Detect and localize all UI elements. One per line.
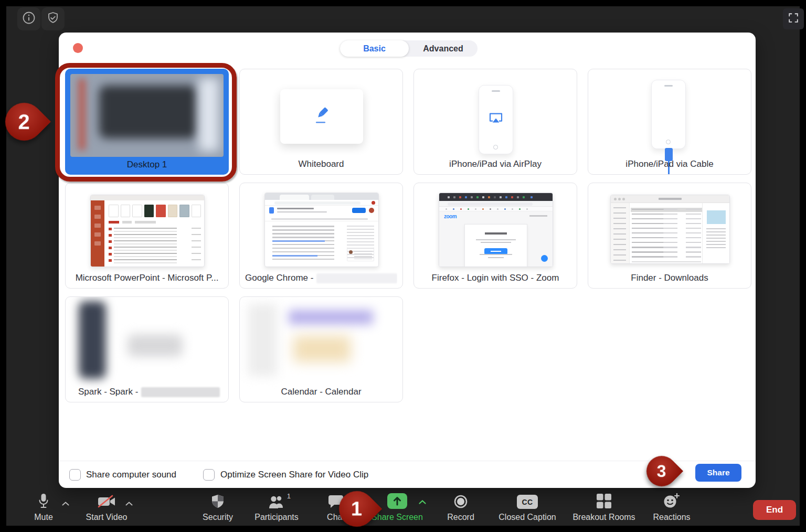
zoom-meeting-window: Basic Advanced Desktop 1 Whiteboard [0,0,806,532]
toolbar-reactions-button[interactable]: Reactions [635,493,708,522]
optimize-video-clip-label: Optimize Screen Share for Video Clip [220,469,368,481]
info-icon [22,11,36,27]
firefox-thumbnail: zoom [439,193,553,267]
shield-check-icon [46,11,60,27]
tile-powerpoint[interactable]: Microsoft PowerPoint - Microsoft P... [65,183,229,289]
tile-label: iPhone/iPad via AirPlay [419,157,571,171]
tile-calendar[interactable]: Calendar - Calendar [239,296,403,402]
cc-icon: CC [517,495,538,509]
tile-label: Whiteboard [245,157,397,171]
tile-label: Google Chrome - [245,271,397,285]
tile-finder[interactable]: Finder - Downloads [588,183,751,289]
toolbar-start-video-button[interactable]: Start Video [70,493,143,522]
tile-iphone-cable[interactable]: iPhone/iPad via Cable [588,69,751,175]
share-mode-tabs: Basic Advanced [340,40,478,57]
participants-icon: 1 [268,493,285,509]
video-options-chevron[interactable] [125,502,133,506]
camera-off-icon [97,493,116,509]
phone-outline [651,80,686,149]
tile-label: Calendar - Calendar [245,385,397,399]
meeting-info-button[interactable] [17,7,40,30]
share-screen-icon [387,493,407,509]
powerpoint-thumbnail [90,195,205,267]
participants-count-badge: 1 [287,492,291,500]
tile-label: Finder - Downloads [593,271,746,285]
chrome-thumbnail [264,193,379,267]
share-computer-sound-label: Share computer sound [86,469,176,481]
toolbar-record-button[interactable]: Record [424,493,497,522]
reactions-smiley-icon [663,493,680,509]
optimize-video-clip-checkbox[interactable] [203,469,215,481]
fullscreen-icon [788,12,799,26]
toolbar-mute-button[interactable]: Mute [7,493,80,522]
whiteboard-card [280,89,363,144]
tile-label: Spark - Spark - [71,385,223,399]
share-computer-sound-checkbox[interactable] [69,469,81,481]
zoom-logo: zoom [444,214,457,219]
calendar-thumbnail [240,297,402,385]
tab-basic[interactable]: Basic [340,40,409,57]
record-icon [453,493,468,509]
redacted-text [316,273,397,283]
security-shield-icon [211,493,225,509]
tile-label: Microsoft PowerPoint - Microsoft P... [71,271,223,285]
tile-label: Firefox - Login with SSO - Zoom [419,271,571,285]
airplay-icon [488,112,504,126]
annotation-ring-desktop-tile [55,63,237,182]
end-meeting-button[interactable]: End [753,500,796,520]
tile-spark[interactable]: Spark - Spark - [65,296,229,402]
fullscreen-button[interactable] [783,8,804,29]
breakout-rooms-icon [596,493,612,509]
tile-firefox[interactable]: zoom Firefox - Login with SSO - Zoom [413,183,577,289]
toolbar-breakout-rooms-button[interactable]: Breakout Rooms [567,493,641,522]
toolbar-closed-caption-button[interactable]: CC Closed Caption [491,493,564,522]
tab-advanced[interactable]: Advanced [409,40,478,57]
share-button[interactable]: Share [695,464,741,482]
finder-thumbnail [610,195,730,264]
tile-chrome[interactable]: Google Chrome - [239,183,403,289]
redacted-text [141,387,220,397]
tile-iphone-airplay[interactable]: iPhone/iPad via AirPlay [413,69,577,175]
marker-pen-icon [312,106,331,127]
encryption-status-button[interactable] [41,7,65,30]
close-dialog-button[interactable] [73,43,83,53]
tile-whiteboard[interactable]: Whiteboard [239,69,403,175]
mute-options-chevron[interactable] [62,502,69,506]
phone-outline [479,85,513,154]
microphone-icon [37,493,50,509]
tile-label: iPhone/iPad via Cable [593,157,746,171]
spark-thumbnail [66,297,228,385]
